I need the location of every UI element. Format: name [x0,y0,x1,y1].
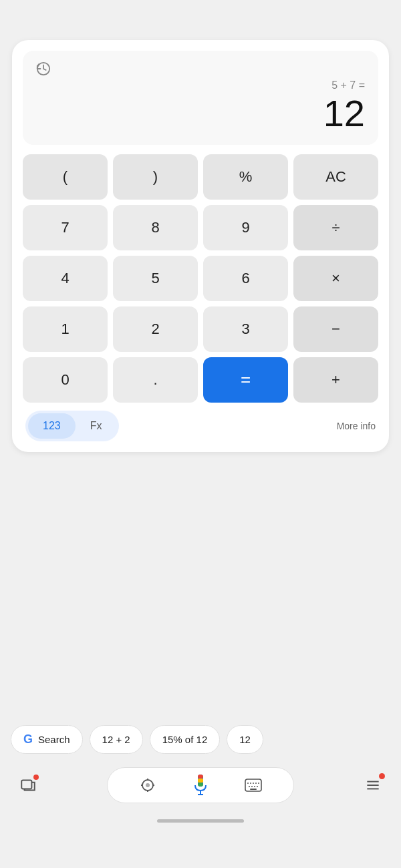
suggestion-3-label: 12 [239,734,251,745]
more-info-button[interactable]: More info [337,421,376,431]
display-result: 12 [36,93,365,134]
mode-123-button[interactable]: 123 [28,413,76,439]
svg-rect-1 [21,780,31,789]
svg-point-3 [146,783,150,787]
lens-icon[interactable] [134,772,161,799]
search-suggestions: G Search 12 + 2 15% of 12 12 [0,725,401,754]
search-suggestion-3[interactable]: 12 [227,725,263,754]
toolbar-center-pill [107,767,294,803]
btn-open-paren[interactable]: ( [23,154,108,200]
home-bar [157,819,244,823]
btn-multiply[interactable]: × [293,256,378,301]
btn-6[interactable]: 6 [203,256,288,301]
keyboard-icon[interactable] [240,772,267,799]
btn-3[interactable]: 3 [203,306,288,352]
btn-0[interactable]: 0 [23,357,108,403]
svg-rect-10 [198,779,203,783]
btn-8[interactable]: 8 [113,205,198,250]
btn-subtract[interactable]: − [293,306,378,352]
svg-rect-11 [198,783,203,787]
google-g-icon: G [23,732,33,746]
display-expression: 5 + 7 = [36,79,365,91]
btn-2[interactable]: 2 [113,306,198,352]
screenshot-icon[interactable] [13,771,43,800]
suggestion-2-label: 15% of 12 [162,734,208,745]
search-suggestion-2[interactable]: 15% of 12 [150,725,221,754]
btn-7[interactable]: 7 [23,205,108,250]
btn-9[interactable]: 9 [203,205,288,250]
btn-equals[interactable]: = [203,357,288,403]
btn-decimal[interactable]: . [113,357,198,403]
mode-row: 123 Fx More info [23,411,378,441]
calculator-display: 5 + 7 = 12 [23,51,378,145]
btn-clear[interactable]: AC [293,154,378,200]
mic-icon[interactable] [187,772,214,799]
btn-5[interactable]: 5 [113,256,198,301]
suggestion-1-label: 12 + 2 [102,734,130,745]
svg-rect-9 [198,775,203,779]
search-suggestion-1[interactable]: 12 + 2 [90,725,143,754]
btn-1[interactable]: 1 [23,306,108,352]
mode-fx-button[interactable]: Fx [76,413,117,439]
btn-percent[interactable]: % [203,154,288,200]
btn-4[interactable]: 4 [23,256,108,301]
bottom-area: G Search 12 + 2 15% of 12 12 [0,725,401,828]
button-grid: ( ) % AC 7 8 9 ÷ 4 5 6 × 1 2 3 − 0 . = + [23,154,378,403]
home-indicator [0,814,401,828]
btn-close-paren[interactable]: ) [113,154,198,200]
search-suggestion-google[interactable]: G Search [11,725,83,754]
calculator-card: 5 + 7 = 12 ( ) % AC 7 8 9 ÷ 4 5 6 × 1 2 … [12,40,389,452]
notification-badge [379,773,385,779]
btn-divide[interactable]: ÷ [293,205,378,250]
bottom-toolbar [0,767,401,803]
history-icon[interactable] [36,64,51,79]
tasks-icon[interactable] [358,771,388,800]
btn-add[interactable]: + [293,357,378,403]
mode-toggle: 123 Fx [25,411,119,441]
search-label: Search [38,734,70,745]
